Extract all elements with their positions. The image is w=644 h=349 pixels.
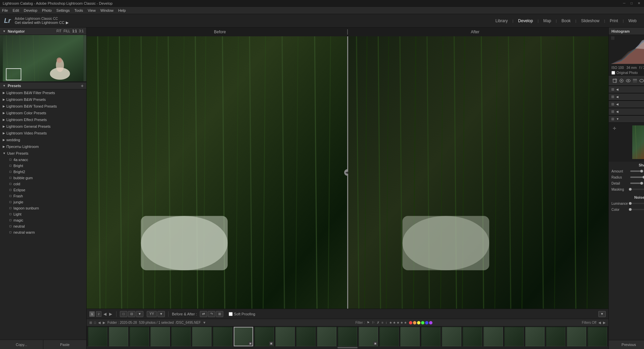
crop-icon[interactable]: [611, 77, 618, 84]
preset-group-video-header[interactable]: ▶ Lightroom Video Presets: [0, 130, 86, 137]
window-controls[interactable]: ─ □ ✕: [622, 1, 641, 6]
image-before[interactable]: [87, 36, 347, 309]
hsl-section-header[interactable]: ◀ HSL / Color / B&W: [609, 101, 644, 108]
basic-toggle[interactable]: [611, 88, 614, 91]
close-button[interactable]: ✕: [637, 1, 641, 6]
filters-collapse[interactable]: ▶: [603, 321, 606, 324]
star-filter[interactable]: ★★★★★: [389, 321, 407, 324]
soft-proofing-checkbox[interactable]: [229, 312, 233, 316]
purple-filter[interactable]: [429, 321, 432, 324]
detail-slider[interactable]: [630, 183, 644, 184]
preset-bubblegum[interactable]: bubble gum: [0, 175, 86, 181]
tone-curve-section-header[interactable]: ◀ Tone Curve: [609, 93, 644, 101]
film-thumb-24[interactable]: [567, 327, 586, 346]
before-after-split-button[interactable]: ⊟: [128, 311, 135, 317]
film-thumb-16[interactable]: [400, 327, 420, 346]
navigator-thumbnail[interactable]: [0, 35, 86, 82]
radial-filter-icon[interactable]: [638, 77, 644, 84]
zoom-fill[interactable]: FILL: [63, 29, 70, 33]
preset-group-color-header[interactable]: ▶ Lightroom Color Presets: [0, 110, 86, 116]
filmstrip-prev-nav[interactable]: ◀: [98, 321, 101, 324]
copy-before-to-after[interactable]: ↷: [208, 311, 215, 317]
filmstrip-next-arrow[interactable]: ▶: [108, 312, 113, 316]
preset-group-russian-header[interactable]: ▶ Пресеты Lightroom: [0, 143, 86, 150]
menu-photo[interactable]: Photo: [42, 8, 52, 12]
menu-help[interactable]: Help: [118, 8, 126, 12]
film-thumb-7[interactable]: [213, 327, 232, 346]
copy-button[interactable]: Copy...: [0, 340, 43, 349]
maximize-button[interactable]: □: [629, 1, 634, 6]
image-area[interactable]: ◀▶: [87, 36, 608, 309]
amount-slider[interactable]: [630, 170, 644, 172]
detail-toggle[interactable]: [611, 118, 614, 120]
film-thumb-14[interactable]: ▣: [359, 327, 378, 346]
brand-sub[interactable]: Get started with Lightroom CC ▶: [15, 21, 68, 25]
detail-section-header[interactable]: ▼ Detail: [609, 115, 644, 123]
film-thumb-6[interactable]: [192, 327, 212, 346]
film-thumb-12[interactable]: [317, 327, 336, 346]
menu-file[interactable]: File: [2, 8, 8, 12]
film-thumb-21[interactable]: [504, 327, 524, 346]
toolbar-expand[interactable]: ▼: [598, 311, 606, 317]
zoom-1to1[interactable]: 1:1: [72, 29, 77, 33]
filmstrip-prev-arrow[interactable]: ◀: [103, 312, 107, 316]
preset-4a-klass[interactable]: 4а класс: [0, 157, 86, 163]
filmstrip-scroll[interactable]: [87, 346, 608, 349]
preset-light[interactable]: Light: [0, 211, 86, 217]
film-thumb-4[interactable]: [150, 327, 170, 346]
film-thumb-10[interactable]: [275, 327, 295, 346]
filmstrip-next-nav[interactable]: ▶: [103, 321, 105, 324]
split-toning-toggle[interactable]: [611, 110, 614, 113]
presets-header[interactable]: ▼ Presets +: [0, 82, 86, 89]
film-thumb-20[interactable]: [484, 327, 503, 346]
blue-filter[interactable]: [425, 321, 428, 324]
paste-button[interactable]: Paste: [43, 340, 86, 349]
minimize-button[interactable]: ─: [622, 1, 627, 6]
zoom-3to1[interactable]: 3:1: [79, 29, 84, 33]
detail-crosshair[interactable]: ✛: [612, 126, 617, 131]
preset-jungle[interactable]: jungle: [0, 199, 86, 205]
film-thumb-18[interactable]: [442, 327, 461, 346]
filter-sort1[interactable]: ≡: [381, 321, 383, 324]
detail-thumbnail[interactable]: [632, 125, 644, 159]
original-photo-checkbox[interactable]: [611, 71, 615, 75]
film-thumb-11[interactable]: [296, 327, 316, 346]
preset-magic[interactable]: magic: [0, 217, 86, 223]
preset-lagoon-sunburn[interactable]: lagoon sunburn: [0, 205, 86, 211]
preset-group-wedding-header[interactable]: ▶ wedding: [0, 137, 86, 143]
zoom-fit[interactable]: FIT: [56, 29, 61, 33]
red-filter[interactable]: [409, 321, 412, 324]
preset-neutral[interactable]: neutral: [0, 223, 86, 229]
preset-group-bw-header[interactable]: ▶ Lightroom B&W Presets: [0, 96, 86, 103]
nav-print[interactable]: Print: [606, 18, 622, 24]
preset-group-bwfilter-header[interactable]: ▶ Lightroom B&W Filter Presets: [0, 89, 86, 96]
preset-bright2[interactable]: Bright2: [0, 169, 86, 175]
soft-proofing-label[interactable]: Soft Proofing: [234, 312, 256, 316]
scroll-thumb[interactable]: [337, 347, 358, 348]
preset-group-effect-header[interactable]: ▶ Lightroom Effect Presets: [0, 116, 86, 123]
preset-bright[interactable]: Bright: [0, 163, 86, 169]
red-eye-icon[interactable]: [625, 77, 632, 84]
filter-icon3[interactable]: ✗: [377, 321, 379, 324]
menu-settings[interactable]: Settings: [56, 8, 70, 12]
preset-group-general-header[interactable]: ▶ Lightroom General Presets: [0, 123, 86, 130]
color-noise-slider[interactable]: [630, 209, 644, 210]
add-preset-button[interactable]: +: [81, 83, 84, 88]
film-thumb-13[interactable]: [338, 327, 357, 346]
filename-dropdown[interactable]: ▼: [203, 321, 206, 324]
view-mode-dropdown[interactable]: ▼: [136, 311, 143, 317]
film-thumb-2[interactable]: [109, 327, 128, 346]
tone-curve-toggle[interactable]: [611, 95, 614, 98]
filters-expand[interactable]: ◀: [598, 321, 601, 324]
graduated-filter-icon[interactable]: [632, 77, 638, 84]
original-photo-label[interactable]: Original Photo: [616, 71, 638, 75]
nav-book[interactable]: Book: [558, 18, 574, 24]
histogram-header[interactable]: Histogram ▼: [609, 28, 644, 35]
previous-button[interactable]: Previous: [609, 340, 644, 349]
film-thumb-22[interactable]: [525, 327, 545, 346]
image-after[interactable]: [348, 36, 609, 309]
menu-edit[interactable]: Edit: [13, 8, 19, 12]
yx-dropdown[interactable]: ▼: [157, 311, 165, 317]
basic-section-header[interactable]: ◀ Basic: [609, 86, 644, 93]
luminance-slider[interactable]: [630, 203, 644, 204]
